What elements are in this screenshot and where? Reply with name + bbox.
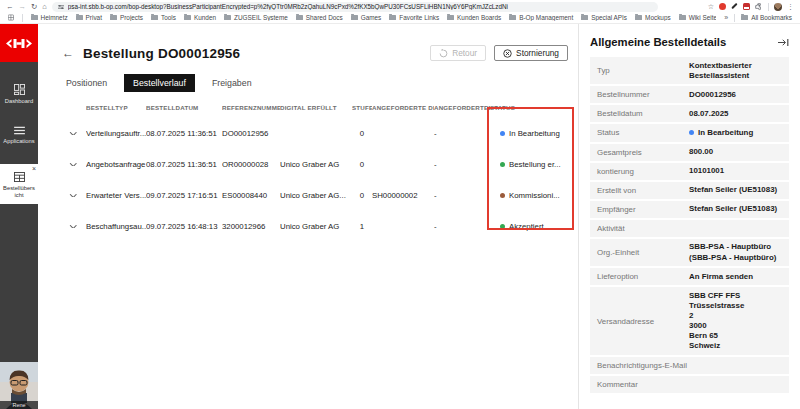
- chevron-down-icon[interactable]: [70, 163, 76, 166]
- details-panel-header: Allgemeine Bestelldetails: [590, 36, 789, 48]
- field-value: 08.07.2025: [689, 109, 782, 119]
- bookmark-folder[interactable]: Wiki Seiten: [679, 14, 717, 21]
- browser-reload-icon[interactable]: ↻: [31, 3, 37, 11]
- bookmark-folder[interactable]: Tools: [151, 14, 176, 21]
- field-value: DO00012956: [689, 90, 782, 100]
- column-header: STUFE: [352, 104, 372, 111]
- browser-back-icon[interactable]: ←: [6, 3, 14, 11]
- collapse-panel-icon[interactable]: [778, 38, 789, 47]
- bookmark-folder[interactable]: Mockups: [635, 14, 671, 21]
- column-header: REFERENZNUMMER: [222, 104, 280, 111]
- cell-referenznummer: ES00008440: [222, 191, 280, 200]
- cell-bestelltyp: Verteilungsauftr...: [86, 129, 146, 138]
- cell-angefordertes-lie: -: [434, 191, 490, 200]
- bookmark-folder[interactable]: Heimnetz: [31, 14, 68, 21]
- all-bookmarks-button[interactable]: All Bookmarks: [741, 14, 792, 21]
- field-value: In Bearbeitung: [689, 128, 782, 138]
- field-label: Bestelldatum: [597, 109, 689, 118]
- cell-angefordertes-lie: -: [434, 129, 490, 138]
- browser-profile-avatar[interactable]: [774, 3, 782, 11]
- details-field: Erstellt von Stefan Seiler (UE51083): [590, 182, 789, 199]
- sidebar-item-bestelluebersicht[interactable]: × Bestellübersicht: [0, 164, 38, 204]
- folder-icon: [151, 15, 158, 20]
- cell-stufe: 1: [352, 222, 372, 231]
- field-label: kontierung: [597, 167, 689, 176]
- details-field: Versandadresse SBB CFF FFS Trüsselstrass…: [590, 287, 789, 355]
- field-value: 800.00: [689, 147, 782, 157]
- status-dot-icon: [500, 224, 505, 229]
- user-name-label: Rene: [0, 401, 38, 409]
- bookmark-folder[interactable]: Projects: [110, 14, 143, 21]
- details-field: Benachrichtigungs-E-Mail: [590, 357, 789, 374]
- site-settings-icon[interactable]: [58, 4, 64, 10]
- table-icon: [14, 172, 25, 182]
- table-row[interactable]: Erwarteter Vers... 09.07.2025 17:16:51 E…: [60, 180, 576, 211]
- bookmark-folder[interactable]: Kunden Boards: [447, 14, 501, 21]
- cancel-circle-icon: [503, 49, 512, 58]
- details-field: kontierung 10101001: [590, 163, 789, 180]
- url-bar[interactable]: psa-int.sbb.b-op.com/bop-desktop?Busines…: [52, 2, 658, 12]
- details-panel-title: Allgemeine Bestelldetails: [590, 36, 726, 48]
- status-dot-icon: [500, 193, 505, 198]
- field-value: An Firma senden: [689, 272, 782, 282]
- folder-icon: [110, 15, 117, 20]
- details-field: Org.-Einheit SBB-PSA - Hauptbüro (SBB-PS…: [590, 239, 789, 266]
- bookmark-folder[interactable]: Kunden: [184, 14, 216, 21]
- bookmark-folder[interactable]: ZUGSEIL Systeme: [224, 14, 288, 21]
- table-row[interactable]: Beschaffungsau... 09.07.2025 16:48:13 32…: [60, 211, 576, 242]
- pen-extension-icon[interactable]: [731, 3, 737, 9]
- chevron-down-icon[interactable]: [70, 132, 76, 135]
- tab-positionen[interactable]: Positionen: [64, 74, 109, 92]
- bookmark-folder[interactable]: B-Op Management: [509, 14, 573, 21]
- details-field: Lieferoption An Firma senden: [590, 268, 789, 285]
- column-header: ANGEFORDERTE DIGI...: [372, 104, 434, 111]
- table-body: Verteilungsauftr... 08.07.2025 11:36:51 …: [60, 118, 576, 242]
- user-profile[interactable]: Rene: [0, 362, 38, 409]
- cell-stufe: 0: [352, 191, 372, 200]
- toolbar-divider: [768, 3, 769, 11]
- status-label: Bestellung er...: [509, 160, 561, 169]
- extensions-puzzle-icon[interactable]: [755, 3, 763, 11]
- browser-menu-icon[interactable]: ⋮: [787, 3, 794, 11]
- browser-home-icon[interactable]: ⌂: [42, 3, 47, 11]
- bookmarks-overflow-icon[interactable]: »: [724, 14, 728, 21]
- back-arrow-icon[interactable]: ←: [62, 47, 74, 59]
- field-label: Bestellnummer: [597, 90, 689, 99]
- bookmark-folder[interactable]: Special APIs: [581, 14, 627, 21]
- adblock-extension-icon[interactable]: [719, 3, 726, 10]
- browser-actions: ☆ ⋮: [708, 3, 794, 11]
- tab-freigaben[interactable]: Freigaben: [210, 74, 254, 92]
- field-label: Benachrichtigungs-E-Mail: [597, 361, 782, 370]
- details-field: Aktivität: [590, 220, 789, 237]
- stornierung-button[interactable]: Stornierung: [494, 45, 568, 61]
- bookmark-star-icon[interactable]: ☆: [708, 3, 714, 11]
- sidebar-item-applications[interactable]: Applications: [0, 126, 38, 144]
- retour-button[interactable]: Retour: [430, 45, 486, 61]
- sbb-logo[interactable]: [0, 24, 38, 62]
- bookmark-folder[interactable]: Shared Docs: [296, 14, 343, 21]
- bookmark-folder[interactable]: Privat: [76, 14, 102, 21]
- chevron-down-icon[interactable]: [70, 225, 76, 228]
- details-fields: Typ Kontextbasierter Bestellassistent Be…: [590, 57, 789, 393]
- tab-bestellverlauf[interactable]: Bestellverlauf: [124, 74, 195, 92]
- cell-status: In Bearbeitung: [490, 129, 576, 138]
- chevron-down-icon[interactable]: [70, 194, 76, 197]
- sidebar-item-dashboard[interactable]: Dashboard: [0, 84, 38, 104]
- details-field: Bestelldatum 08.07.2025: [590, 105, 789, 122]
- bookmark-folder[interactable]: Games: [351, 14, 382, 21]
- tb-extension-icon[interactable]: [743, 3, 750, 10]
- table-row[interactable]: Verteilungsauftr... 08.07.2025 11:36:51 …: [60, 118, 576, 149]
- folder-icon: [224, 15, 231, 20]
- field-label: Typ: [597, 66, 689, 75]
- cell-status: Bestellung er...: [490, 160, 576, 169]
- details-field: Empfänger Stefan Seiler (UE51083): [590, 201, 789, 218]
- bookmark-folder[interactable]: Favorite Links: [389, 14, 439, 21]
- field-value: Kontextbasierter Bestellassistent: [689, 61, 782, 81]
- table-row[interactable]: Angebotsanfrage 08.07.2025 11:36:51 OR00…: [60, 149, 576, 180]
- close-icon[interactable]: ×: [32, 165, 36, 172]
- cell-stufe: 0: [352, 160, 372, 169]
- folder-icon: [679, 15, 686, 20]
- browser-forward-icon[interactable]: →: [19, 3, 27, 11]
- url-text[interactable]: psa-int.sbb.b-op.com/bop-desktop?Busines…: [68, 3, 508, 10]
- apps-grid-icon[interactable]: [8, 14, 14, 21]
